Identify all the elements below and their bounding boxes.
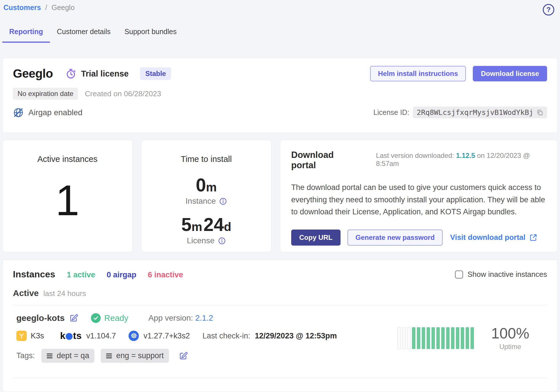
tab-support-bundles[interactable]: Support bundles <box>118 23 184 43</box>
last-version-downloaded: Last version downloaded: 1.12.5 on 12/20… <box>376 152 547 168</box>
channel-badge: Stable <box>140 67 171 80</box>
edit-instance-name-icon[interactable] <box>69 313 78 323</box>
show-inactive-label: Show inactive instances <box>468 270 547 279</box>
uptime-bar <box>456 327 459 349</box>
instance-install-time-value: 0 <box>196 175 206 195</box>
ready-check-icon <box>91 313 101 323</box>
kots-logo: kts <box>60 330 82 341</box>
uptime-bar <box>461 327 464 349</box>
instances-card: Instances 1 active 0 airgap 6 inactive S… <box>2 260 558 392</box>
tag-bars-icon <box>106 353 113 359</box>
uptime-bar <box>422 327 425 349</box>
expiration-badge: No expiration date <box>13 88 78 100</box>
breadcrumb: Customers / Geeglo <box>3 3 75 12</box>
tab-bar: Reporting Customer details Support bundl… <box>2 23 558 43</box>
active-instances-card: Active instances 1 <box>2 140 133 252</box>
inactive-count[interactable]: 6 inactive <box>148 271 183 279</box>
instances-title: Instances <box>13 269 55 280</box>
k3s-label: K3s <box>31 332 44 340</box>
kubernetes-version: v1.27.7+k3s2 <box>143 332 190 340</box>
generate-new-password-button[interactable]: Generate new password <box>347 230 443 246</box>
license-install-time-value2: 24 <box>203 214 224 235</box>
uptime-bar <box>446 327 450 349</box>
show-inactive-checkbox[interactable] <box>455 271 463 279</box>
license-id-label: License ID: <box>374 108 409 117</box>
breadcrumb-customers-link[interactable]: Customers <box>3 3 41 11</box>
kots-o-icon <box>66 333 73 340</box>
info-icon[interactable] <box>218 237 226 245</box>
time-to-install-title: Time to install <box>181 154 232 164</box>
tag-chip: dept = qa <box>41 349 94 363</box>
active-count[interactable]: 1 active <box>67 271 95 279</box>
airgap-label: Airgap enabled <box>28 108 82 117</box>
help-icon[interactable]: ? <box>543 4 554 15</box>
last-version-link[interactable]: 1.12.5 <box>456 152 475 159</box>
tag-chip: eng = support <box>101 349 169 363</box>
ready-label: Ready <box>104 313 128 323</box>
license-install-time-unit1: m <box>191 220 202 234</box>
uptime-bars <box>397 327 474 349</box>
last-version-prefix: Last version downloaded: <box>376 152 456 159</box>
airgap-count[interactable]: 0 airgap <box>107 271 137 279</box>
uptime-bar <box>441 327 445 349</box>
active-instances-value: 1 <box>55 179 79 222</box>
uptime-bar <box>397 327 401 349</box>
k3s-icon <box>16 331 27 341</box>
instance-install-label: Instance <box>186 197 216 206</box>
stats-row: Active instances 1 Time to install 0m In… <box>2 140 558 252</box>
status-badge: Ready <box>91 313 128 323</box>
last-checkin-label: Last check-in: <box>203 332 250 340</box>
page: Customers / Geeglo ? Reporting Customer … <box>0 0 560 392</box>
license-id-chip[interactable]: 2Rq8WLcsjfxqrMysjvB1WodYkBj <box>413 107 547 118</box>
uptime-bar <box>407 327 411 349</box>
uptime-bar <box>431 327 435 349</box>
uptime-bar <box>427 327 430 349</box>
uptime-bar <box>470 327 474 349</box>
customer-summary-card: Geeglo Trial license Stable Helm install… <box>2 58 558 133</box>
download-portal-card: Download portal Last version downloaded:… <box>280 140 558 252</box>
time-to-install-card: Time to install 0m Instance 5m <box>141 140 271 252</box>
top-bar: Customers / Geeglo ? <box>2 0 558 15</box>
breadcrumb-separator: / <box>45 3 47 11</box>
show-inactive-toggle[interactable]: Show inactive instances <box>455 270 547 279</box>
trial-license-timer-icon <box>65 68 76 79</box>
kots-version: v1.104.7 <box>86 332 116 340</box>
instance-row: geeglo-kots Ready <box>13 305 547 371</box>
app-version-link[interactable]: 2.1.2 <box>195 313 213 322</box>
edit-tags-icon[interactable] <box>179 351 188 360</box>
download-license-button[interactable]: Download license <box>473 66 547 81</box>
tag-bars-icon <box>46 353 53 359</box>
uptime-percent: 100% <box>491 325 529 342</box>
tab-customer-details[interactable]: Customer details <box>50 23 118 43</box>
uptime-bar <box>412 327 415 349</box>
tag-value: dept = qa <box>57 351 89 360</box>
license-install-time-unit2: d <box>224 220 231 234</box>
active-instances-title: Active instances <box>37 154 98 164</box>
license-install-label: License <box>187 236 215 245</box>
airgap-globe-icon <box>13 107 24 118</box>
external-link-icon <box>529 233 538 242</box>
copy-icon[interactable] <box>536 109 544 116</box>
active-section-subtitle: last 24 hours <box>43 289 86 298</box>
divider <box>13 378 547 378</box>
license-install-time-value1: 5 <box>181 214 192 235</box>
uptime-label: Uptime <box>491 343 529 351</box>
license-id-value: 2Rq8WLcsjfxqrMysjvB1WodYkBj <box>417 108 533 117</box>
kots-logo-k: k <box>60 330 66 341</box>
visit-download-portal-label: Visit download portal <box>450 233 525 242</box>
kots-logo-ts: ts <box>73 330 81 341</box>
visit-download-portal-link[interactable]: Visit download portal <box>450 233 537 242</box>
instance-name: geeglo-kots <box>16 313 65 323</box>
tags-label: Tags: <box>16 351 35 360</box>
info-icon[interactable] <box>219 197 227 205</box>
helm-install-instructions-button[interactable]: Helm install instructions <box>370 66 466 81</box>
customer-name: Geeglo <box>13 67 53 81</box>
uptime-bar <box>451 327 454 349</box>
copy-url-button[interactable]: Copy URL <box>291 230 341 246</box>
tab-reporting[interactable]: Reporting <box>2 23 50 43</box>
active-section-title: Active <box>13 288 39 298</box>
app-version-label: App version: <box>148 313 193 322</box>
download-portal-description: The download portal can be used to give … <box>291 181 547 218</box>
uptime-bar <box>402 327 406 349</box>
created-date-label: Created on 06/28/2023 <box>85 89 161 98</box>
